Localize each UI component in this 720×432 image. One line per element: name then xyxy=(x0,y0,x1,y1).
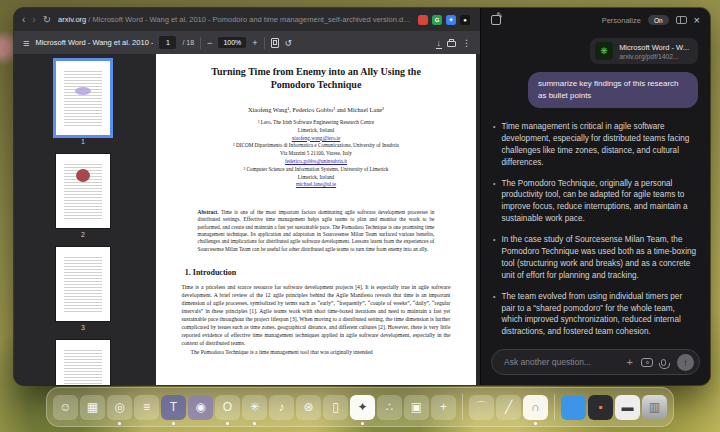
finder-icon[interactable]: ☺ xyxy=(53,395,78,420)
zoom-level: 100% xyxy=(218,37,246,48)
page-number-input[interactable]: 1 xyxy=(159,36,176,49)
url-bar: ‹ › ↻ arxiv.org / Microsoft Word - Wang … xyxy=(14,8,480,31)
affiliation-email-link[interactable]: federico.gobbo@uninsubria.it xyxy=(156,158,476,166)
dock-teams[interactable]: T xyxy=(161,395,186,420)
opera-icon[interactable]: O xyxy=(215,395,240,420)
sidebar-toggle-icon[interactable] xyxy=(676,16,687,24)
downloads-folder-icon[interactable] xyxy=(561,395,586,420)
fit-page-icon[interactable] xyxy=(271,38,279,48)
personalize-toggle[interactable]: On xyxy=(648,15,669,25)
extension-lock-icon[interactable]: ● xyxy=(460,15,470,25)
dock-trash[interactable]: ▥ xyxy=(642,395,667,420)
dock-camera-wheel[interactable]: ⊛ xyxy=(296,395,321,420)
affiliation-line: ³ Computer Science and Information Syste… xyxy=(156,166,476,174)
print-icon[interactable] xyxy=(447,41,456,47)
reload-icon[interactable]: ↻ xyxy=(43,15,51,25)
thumbnail-page-number: 3 xyxy=(81,324,85,331)
dock-bird-app[interactable]: ⌒ xyxy=(469,395,494,420)
dock-finder[interactable]: ☺ xyxy=(53,395,78,420)
page-viewport: Turning Time from Enemy into an Ally Usi… xyxy=(152,54,480,385)
page-thumbnail[interactable]: 2 xyxy=(56,154,110,238)
capture-app-icon[interactable]: ◉ xyxy=(188,395,213,420)
attachment-card[interactable]: ❋ Microsoft Word - W... arxiv.org/pdf/14… xyxy=(590,38,698,64)
dock-minimized-window-light[interactable]: ▬ xyxy=(615,395,640,420)
affiliation-line: Limerick, Ireland xyxy=(156,127,476,135)
add-attachment-icon[interactable]: + xyxy=(627,356,633,368)
thumbnail-page-number: 2 xyxy=(81,231,85,238)
send-button[interactable]: ↑ xyxy=(677,354,694,371)
dock-safari[interactable]: ◎ xyxy=(107,395,132,420)
dock-arch-browser[interactable]: ∩ xyxy=(523,395,548,420)
rotate-icon[interactable]: ↺ xyxy=(285,38,293,48)
affiliation-email-link[interactable]: xiaofeng.wang@lero.ie xyxy=(156,135,476,143)
screen-studio-icon[interactable]: ▣ xyxy=(404,395,429,420)
trash-icon[interactable]: ▥ xyxy=(642,395,667,420)
minimized-window-light-icon[interactable]: ▬ xyxy=(615,395,640,420)
notes-icon[interactable]: ≡ xyxy=(134,395,159,420)
affiliations: ¹ Lero, The Irish Software Engineering R… xyxy=(156,119,476,189)
dock-screen-studio[interactable]: ▣ xyxy=(404,395,429,420)
dock-minimized-window-dark[interactable]: ▪ xyxy=(588,395,613,420)
dock-plus-app[interactable]: + xyxy=(431,395,456,420)
extension-green-icon[interactable]: G xyxy=(432,15,442,25)
paper-authors: Xiaofeng Wang¹, Federico Gobbo² and Mich… xyxy=(156,106,476,113)
music-icon[interactable]: ♪ xyxy=(269,395,294,420)
assistant-bullet: •The Pomodoro Technique, originally a pe… xyxy=(493,178,698,226)
close-icon[interactable]: × xyxy=(694,15,700,26)
forward-icon[interactable]: › xyxy=(32,15,35,25)
dock-notes[interactable]: ≡ xyxy=(134,395,159,420)
page-count: / 18 xyxy=(182,39,194,46)
safari-icon[interactable]: ◎ xyxy=(107,395,132,420)
thumbnail-page-preview[interactable] xyxy=(56,61,110,135)
bullet-text: The Pomodoro Technique, originally a per… xyxy=(501,178,698,226)
phone-mirroring-icon[interactable]: ▯ xyxy=(323,395,348,420)
arch-browser-icon[interactable]: ∩ xyxy=(523,395,548,420)
plus-app-icon[interactable]: + xyxy=(431,395,456,420)
dock-downloads-folder[interactable] xyxy=(561,395,586,420)
dock-slack[interactable]: ✳ xyxy=(242,395,267,420)
dock-dots-app[interactable]: ∴ xyxy=(377,395,402,420)
bullet-icon: • xyxy=(493,121,495,169)
dock-launchpad[interactable]: ▦ xyxy=(80,395,105,420)
more-options-icon[interactable]: ⋮ xyxy=(462,38,471,48)
chat-input[interactable]: Ask another question... + ↑ xyxy=(491,349,700,375)
page-thumbnail[interactable]: 1 xyxy=(56,61,110,145)
dots-app-icon[interactable]: ∴ xyxy=(377,395,402,420)
extension-blue-icon[interactable]: ✦ xyxy=(446,15,456,25)
ai-assistant-icon[interactable]: ✦ xyxy=(350,395,375,420)
dock-opera[interactable]: O xyxy=(215,395,240,420)
thumbnail-page-preview[interactable] xyxy=(56,154,110,228)
page-thumbnail[interactable]: 3 xyxy=(56,247,110,331)
teams-icon[interactable]: T xyxy=(161,395,186,420)
slack-icon[interactable]: ✳ xyxy=(242,395,267,420)
launchpad-icon[interactable]: ▦ xyxy=(80,395,105,420)
browser-pane: ‹ › ↻ arxiv.org / Microsoft Word - Wang … xyxy=(14,8,480,385)
dock-capture-app[interactable]: ◉ xyxy=(188,395,213,420)
address-field[interactable]: arxiv.org / Microsoft Word - Wang et al.… xyxy=(58,15,411,24)
camera-wheel-icon[interactable]: ⊛ xyxy=(296,395,321,420)
thumbnail-page-preview[interactable] xyxy=(56,247,110,321)
minimized-window-dark-icon[interactable]: ▪ xyxy=(588,395,613,420)
extension-red-icon[interactable] xyxy=(418,15,428,25)
dock-pencil-app[interactable]: ╱ xyxy=(496,395,521,420)
page-thumbnail[interactable] xyxy=(56,340,110,385)
new-chat-icon[interactable] xyxy=(491,15,501,25)
running-indicator xyxy=(361,422,364,425)
dock-music[interactable]: ♪ xyxy=(269,395,294,420)
back-icon[interactable]: ‹ xyxy=(22,15,25,25)
dock-phone-mirroring[interactable]: ▯ xyxy=(323,395,348,420)
running-indicator xyxy=(534,422,537,425)
zoom-out-button[interactable]: − xyxy=(207,38,212,48)
thumbnail-page-preview[interactable] xyxy=(56,340,110,385)
microphone-icon[interactable] xyxy=(661,359,666,366)
affiliation-line: ¹ Lero, The Irish Software Engineering R… xyxy=(156,119,476,127)
download-icon[interactable]: ↓ xyxy=(437,38,442,48)
pencil-app-icon[interactable]: ╱ xyxy=(496,395,521,420)
zoom-in-button[interactable]: + xyxy=(252,38,257,48)
screenshot-icon[interactable] xyxy=(641,358,653,367)
affiliation-email-link[interactable]: michael.lane@ul.ie xyxy=(156,181,476,189)
menu-icon[interactable]: ≡ xyxy=(23,37,29,49)
affiliation-line: Via Mazzini 5 21100, Varese, Italy xyxy=(156,150,476,158)
dock-ai-assistant[interactable]: ✦ xyxy=(350,395,375,420)
bird-app-icon[interactable]: ⌒ xyxy=(469,395,494,420)
